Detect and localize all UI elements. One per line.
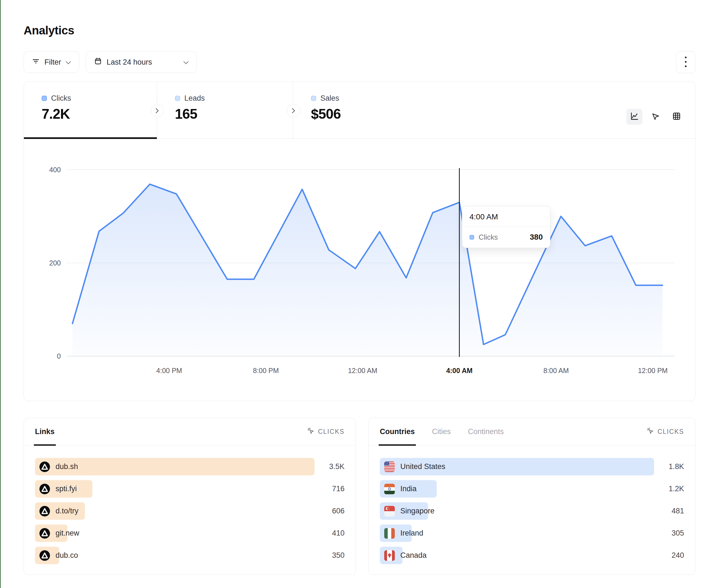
country-row[interactable]: Canada 240 (380, 547, 684, 564)
canada-flag-icon (384, 550, 395, 561)
more-options-button[interactable] (676, 51, 695, 73)
link-label: spti.fyi (56, 484, 77, 493)
tab-cities[interactable]: Cities (432, 418, 451, 445)
clicks-tab-label: Clicks (51, 94, 71, 103)
kebab-menu-icon (684, 56, 687, 68)
clicks-area-chart[interactable]: 40020004:00 PM8:00 PM12:00 AM4:00 AM8:00… (24, 139, 696, 401)
country-label: Ireland (400, 529, 423, 538)
country-clicks: 240 (654, 551, 684, 560)
line-chart-view-button[interactable] (626, 109, 642, 125)
svg-text:8:00 PM: 8:00 PM (253, 367, 279, 375)
calendar-icon (94, 57, 102, 67)
countries-list: United States 1.8K (369, 446, 695, 564)
country-label: Canada (400, 551, 427, 560)
tab-leads[interactable]: Leads 165 (157, 82, 293, 138)
cities-tab-label: Cities (432, 427, 451, 436)
sales-tab-label: Sales (320, 94, 339, 103)
country-label: United States (400, 462, 445, 471)
funnel-view-button[interactable] (647, 109, 664, 125)
dub-logo-icon (39, 461, 50, 472)
chart-tooltip: 4:00 AM Clicks 380 (462, 206, 550, 248)
countries-metric[interactable]: CLICKS (646, 427, 684, 436)
leads-tab-label: Leads (184, 94, 205, 103)
links-metric[interactable]: CLICKS (307, 427, 345, 436)
dub-logo-icon (39, 506, 50, 516)
sales-value: $506 (311, 106, 432, 122)
country-row[interactable]: Singapore 481 (380, 502, 684, 520)
date-range-label: Last 24 hours (107, 58, 152, 67)
countries-panel: Countries Cities Continents CLICKS (368, 418, 695, 575)
filter-button-label: Filter (44, 58, 61, 67)
tab-countries[interactable]: Countries (380, 418, 415, 445)
link-clicks: 606 (315, 507, 345, 515)
clicks-chart-area: 40020004:00 PM8:00 PM12:00 AM4:00 AM8:00… (24, 139, 695, 401)
svg-text:0: 0 (57, 352, 61, 360)
country-clicks: 1.8K (654, 462, 684, 471)
dub-logo-icon (39, 484, 50, 494)
link-label: dub.co (56, 551, 78, 560)
stat-tabs: Clicks 7.2K Leads 165 Sales $506 (24, 82, 695, 139)
cursor-funnel-icon (651, 112, 660, 122)
svg-text:4:00 AM: 4:00 AM (446, 367, 473, 375)
filter-button[interactable]: Filter (24, 51, 79, 73)
svg-text:200: 200 (49, 259, 61, 267)
svg-text:400: 400 (49, 166, 61, 174)
expand-leads-button[interactable] (287, 104, 300, 117)
country-row[interactable]: Ireland 305 (380, 524, 684, 542)
country-row[interactable]: United States 1.8K (380, 458, 684, 475)
chevron-down-icon (66, 58, 71, 67)
links-list: dub.sh 3.5K spti.fyi 716 (24, 446, 356, 564)
tab-clicks[interactable]: Clicks 7.2K (24, 82, 157, 138)
page-title: Analytics (24, 24, 695, 37)
svg-text:4:00 PM: 4:00 PM (156, 367, 182, 375)
link-row[interactable]: dub.co 350 (35, 547, 345, 564)
cursor-click-icon (646, 427, 654, 436)
svg-text:8:00 AM: 8:00 AM (543, 367, 569, 375)
continents-tab-label: Continents (468, 427, 504, 436)
tab-sales[interactable]: Sales $506 (293, 82, 432, 138)
link-row[interactable]: dub.sh 3.5K (35, 458, 345, 475)
tab-continents[interactable]: Continents (468, 418, 504, 445)
country-clicks: 305 (654, 529, 684, 538)
link-clicks: 410 (315, 529, 345, 538)
toolbar: Filter Last 24 hours (24, 51, 695, 73)
link-clicks: 3.5K (315, 462, 345, 471)
us-flag-icon (384, 461, 395, 472)
link-row[interactable]: git.new 410 (35, 524, 345, 542)
cursor-click-icon (307, 427, 315, 436)
link-clicks: 350 (315, 551, 345, 560)
tooltip-series-value: 380 (530, 233, 543, 242)
analytics-page: Analytics Filter Last 24 hours (0, 0, 711, 588)
chart-view-switcher (626, 82, 695, 138)
country-row[interactable]: India 1.2K (380, 480, 684, 498)
link-label: dub.sh (56, 462, 78, 471)
link-row[interactable]: d.to/try 606 (35, 502, 345, 520)
country-label: Singapore (400, 507, 434, 515)
dub-logo-icon (39, 528, 50, 539)
link-label: d.to/try (56, 507, 79, 515)
clicks-legend-swatch (42, 96, 47, 101)
filter-icon (31, 57, 40, 67)
country-label: India (400, 484, 417, 493)
chevron-down-icon (183, 58, 189, 67)
tab-links[interactable]: Links (35, 418, 55, 445)
tooltip-time: 4:00 AM (462, 206, 550, 227)
expand-clicks-button[interactable] (151, 104, 164, 117)
leads-legend-swatch (175, 96, 180, 101)
link-row[interactable]: spti.fyi 716 (35, 480, 345, 498)
sales-legend-swatch (311, 96, 316, 101)
leads-value: 165 (175, 106, 293, 122)
country-clicks: 481 (654, 507, 684, 515)
analytics-card: Clicks 7.2K Leads 165 Sales $506 (24, 82, 695, 401)
links-tab-label: Links (35, 427, 55, 436)
countries-tab-label: Countries (380, 427, 415, 436)
date-range-button[interactable]: Last 24 hours (86, 51, 197, 73)
clicks-value: 7.2K (42, 106, 157, 122)
table-view-button[interactable] (669, 109, 685, 125)
svg-text:12:00 PM: 12:00 PM (638, 367, 668, 375)
countries-metric-label: CLICKS (658, 428, 684, 435)
table-grid-icon (672, 112, 681, 122)
line-chart-icon (630, 112, 639, 122)
link-label: git.new (56, 529, 80, 538)
country-clicks: 1.2K (654, 484, 684, 493)
